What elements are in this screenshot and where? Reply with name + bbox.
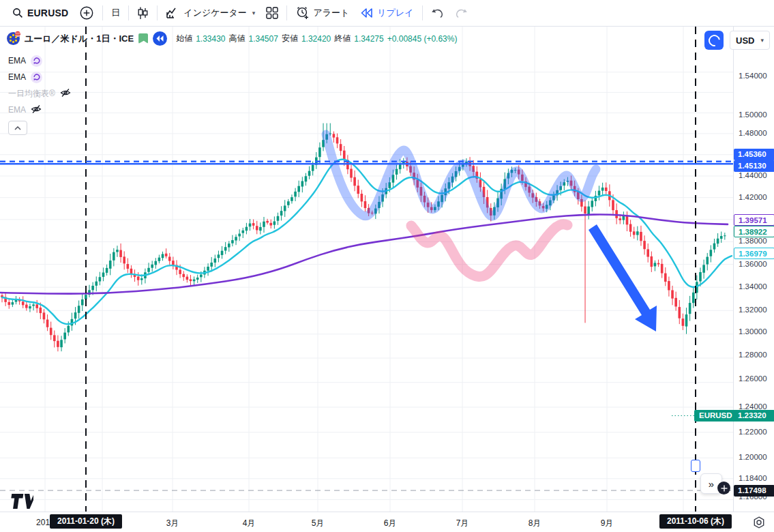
- double-chevron-right-icon: »: [709, 478, 714, 490]
- price-axis-tick: 1.36000: [739, 260, 767, 268]
- replay-label: リプレイ: [377, 7, 413, 19]
- chevron-down-icon: ▾: [252, 10, 256, 16]
- horizontal-price-lines: [0, 162, 733, 490]
- time-axis-month: 8月: [529, 518, 541, 529]
- time-axis-month: 9月: [601, 518, 614, 529]
- low-value: 1.32420: [301, 34, 331, 44]
- price-axis-tick: 1.34000: [739, 282, 767, 291]
- refresh-icon: [706, 32, 722, 48]
- price-axis[interactable]: 1.540001.500001.480001.440001.420001.380…: [733, 27, 774, 512]
- replay-start-date-label: 2011-01-20 (木): [50, 514, 122, 529]
- legend-row-1[interactable]: EMA: [8, 69, 71, 85]
- time-axis-month: 7月: [456, 518, 469, 529]
- symbol-title[interactable]: ユーロ／米ドル・1日・ICE: [25, 33, 134, 45]
- indicators-label: インジケーター: [183, 7, 247, 19]
- price-axis-tick: 1.26000: [739, 374, 767, 383]
- redo-icon: [455, 8, 468, 18]
- change-value: +0.00845 (+0.63%): [387, 34, 458, 44]
- chart-style-button[interactable]: [132, 3, 154, 23]
- loading-spinner-icon: [31, 72, 42, 83]
- time-axis[interactable]: 20113月4月5月6月7月8月9月2011-01-20 (木)2011-10-…: [0, 512, 774, 532]
- time-axis-month: 5月: [312, 518, 325, 529]
- chevron-down-icon: ▾: [760, 37, 764, 44]
- brush-drawing-blue: [326, 134, 596, 216]
- compare-add-symbol-button[interactable]: [74, 3, 100, 23]
- time-axis-month: 3月: [166, 518, 179, 529]
- undo-icon: [431, 8, 444, 18]
- toolbar-divider: [128, 5, 129, 20]
- legend-row-2[interactable]: 一目均衡表®: [8, 85, 71, 102]
- legend-collapse-button[interactable]: [8, 121, 27, 135]
- axis-settings-gear-icon[interactable]: [753, 516, 765, 531]
- eye-off-icon[interactable]: [60, 88, 71, 100]
- candlestick-icon: [137, 7, 149, 20]
- arrow-drawing-down: [589, 224, 657, 331]
- legend-label: EMA: [8, 105, 26, 115]
- high-label: 高値: [229, 33, 245, 44]
- symbol-header: ユーロ／米ドル・1日・ICE 始値1.33430 高値1.34507 安値1.3…: [7, 31, 457, 46]
- toolbar-divider: [102, 5, 103, 20]
- currency-dropdown[interactable]: USD ▾: [730, 31, 770, 50]
- price-axis-tick: 1.42000: [739, 193, 767, 201]
- high-value: 1.34507: [249, 34, 278, 44]
- price-axis-tick: 1.18400: [739, 474, 767, 482]
- jump-to-start-button[interactable]: [153, 31, 167, 46]
- alert-button[interactable]: アラート: [290, 3, 355, 23]
- time-axis-month: 4月: [243, 518, 256, 529]
- eye-off-icon[interactable]: [31, 104, 42, 116]
- fast-rewind-icon: [156, 35, 164, 42]
- last-price-symbol-tag: EURUSD: [694, 410, 737, 422]
- price-label-1.45360: 1.45360: [734, 149, 774, 160]
- undo-button[interactable]: [426, 3, 449, 23]
- eurusd-pair-icon: [7, 32, 20, 45]
- add-alert-plus-button[interactable]: [717, 482, 730, 494]
- legend-row-3[interactable]: EMA: [8, 102, 71, 118]
- tradingview-app: { "toolbar": { "symbol": "EURUSD", "inte…: [0, 0, 774, 532]
- legend-label: EMA: [8, 56, 26, 65]
- price-axis-tick: 1.38000: [739, 237, 767, 245]
- chart-canvas[interactable]: [0, 27, 733, 512]
- ohlc-readout: 始値1.33430 高値1.34507 安値1.32420 終値1.34275 …: [176, 33, 457, 44]
- price-axis-tick: 1.54000: [739, 72, 767, 80]
- price-label-1.17498: 1.17498: [734, 485, 774, 497]
- indicators-icon: [166, 7, 179, 19]
- replay-icon: [360, 8, 373, 18]
- close-label: 終値: [334, 33, 351, 44]
- interval-button[interactable]: 日: [106, 3, 125, 23]
- open-label: 始値: [176, 33, 192, 44]
- candlestick-series: [1, 123, 726, 352]
- close-value: 1.34275: [354, 34, 383, 44]
- symbol-name: EURUSD: [27, 8, 68, 18]
- time-axis-month: 6月: [384, 518, 397, 529]
- price-axis-tick: 1.48000: [739, 129, 767, 137]
- symbol-search-button[interactable]: EURUSD: [7, 3, 74, 23]
- replay-point-marker[interactable]: [691, 460, 700, 472]
- price-axis-tick: 1.50000: [739, 110, 767, 119]
- replay-button[interactable]: リプレイ: [355, 3, 419, 23]
- top-right-controls: USD ▾: [704, 31, 770, 50]
- price-label-1.39571: 1.39571: [734, 214, 774, 226]
- redo-button[interactable]: [449, 3, 473, 23]
- replay-end-date-label: 2011-10-06 (木): [659, 514, 732, 529]
- indicators-button[interactable]: インジケーター ▾: [160, 3, 261, 23]
- search-icon: [12, 8, 23, 18]
- price-axis-tick: 1.44000: [739, 171, 767, 179]
- sync-refresh-button[interactable]: [704, 31, 724, 50]
- price-label-1.36979: 1.36979: [734, 248, 774, 259]
- alarm-clock-icon: [295, 6, 309, 20]
- price-axis-tick: 1.28000: [739, 351, 767, 359]
- currency-value: USD: [736, 35, 754, 46]
- price-axis-tick: 1.20000: [739, 453, 767, 461]
- layout-grid-button[interactable]: [261, 3, 284, 23]
- chevron-up-icon: [14, 126, 21, 130]
- price-axis-tick: 1.22000: [739, 428, 767, 436]
- plus-circle-icon: [79, 5, 94, 20]
- price-label-1.23320: 1.23320: [734, 410, 774, 422]
- price-axis-tick: 1.32000: [739, 306, 767, 314]
- legend-row-0[interactable]: EMA: [8, 53, 71, 69]
- legend-label: 一目均衡表®: [8, 88, 55, 100]
- plus-icon: [721, 485, 728, 492]
- loading-spinner-icon: [31, 55, 42, 67]
- top-toolbar: EURUSD 日 インジケーター ▾: [0, 0, 774, 27]
- tradingview-logo[interactable]: [10, 494, 33, 512]
